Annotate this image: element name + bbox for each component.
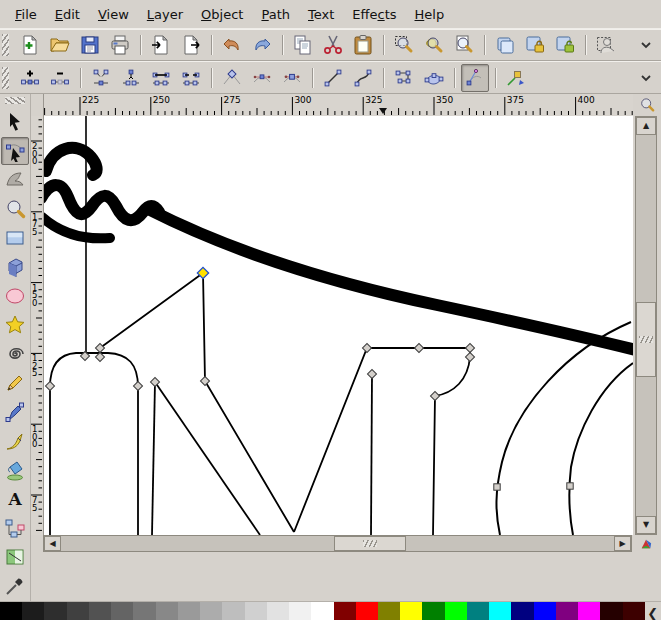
make-line-button[interactable] <box>319 64 347 92</box>
path-node[interactable] <box>465 343 474 352</box>
zoom-page-button[interactable] <box>450 31 478 59</box>
path-node[interactable] <box>367 369 376 378</box>
menu-file[interactable]: File <box>6 3 46 26</box>
palette-swatch[interactable] <box>311 602 333 620</box>
vertical-scroll-thumb[interactable] <box>636 302 656 377</box>
open-button[interactable] <box>46 31 74 59</box>
path-segment[interactable] <box>44 185 159 220</box>
sticky-zoom-icon[interactable] <box>633 94 661 116</box>
tool-node-editor[interactable] <box>1 137 29 165</box>
menu-layer[interactable]: Layer <box>138 3 192 26</box>
path-segment[interactable] <box>496 322 631 535</box>
path-segment[interactable] <box>152 382 155 535</box>
horizontal-scroll-thumb[interactable] <box>334 536 406 551</box>
palette-swatch[interactable] <box>89 602 111 620</box>
menu-text[interactable]: Text <box>299 3 343 26</box>
path-segment[interactable] <box>44 217 110 238</box>
toolbar-overflow-chevron-icon[interactable] <box>639 38 653 52</box>
zoom-selection-button[interactable] <box>390 31 418 59</box>
palette-swatch[interactable] <box>578 602 600 620</box>
palette-swatch[interactable] <box>556 602 578 620</box>
palette-swatch[interactable] <box>0 602 22 620</box>
path-node[interactable] <box>200 376 209 385</box>
unlink-clone-button[interactable] <box>551 31 579 59</box>
delete-segment-button[interactable] <box>177 64 205 92</box>
path-node[interactable] <box>133 381 142 390</box>
tool-3d-box[interactable] <box>1 253 29 281</box>
print-button[interactable] <box>106 31 134 59</box>
palette-swatch[interactable] <box>534 602 556 620</box>
clone-button[interactable] <box>521 31 549 59</box>
palette-swatch[interactable] <box>44 602 66 620</box>
vertical-scrollbar[interactable]: ▲ ▼ <box>635 116 657 535</box>
palette-swatch[interactable] <box>467 602 489 620</box>
canvas[interactable] <box>44 116 633 535</box>
menu-effects[interactable]: Effects <box>343 3 405 26</box>
tool-pen[interactable] <box>1 398 29 426</box>
palette-swatch[interactable] <box>178 602 200 620</box>
palette-swatch[interactable] <box>222 602 244 620</box>
tool-tweak[interactable] <box>1 166 29 194</box>
palette-swatch[interactable] <box>600 602 622 620</box>
edit-path-effect-button[interactable] <box>502 64 530 92</box>
menu-view[interactable]: View <box>89 3 138 26</box>
tool-connector[interactable] <box>1 514 29 542</box>
flatten-curve-button[interactable] <box>420 64 448 92</box>
path-segment[interactable] <box>371 374 372 535</box>
object-to-path-button[interactable] <box>390 64 418 92</box>
color-management-icon[interactable] <box>632 535 661 552</box>
save-button[interactable] <box>76 31 104 59</box>
palette-swatch[interactable] <box>356 602 378 620</box>
path-segment[interactable] <box>155 382 260 535</box>
vertical-ruler[interactable]: 20017515012510075 <box>31 116 44 535</box>
path-node[interactable] <box>414 343 423 352</box>
palette-swatch[interactable] <box>489 602 511 620</box>
path-segment[interactable] <box>569 363 633 535</box>
path-segment[interactable] <box>294 348 470 532</box>
new-document-button[interactable] <box>16 31 44 59</box>
palette-swatch[interactable] <box>623 602 645 620</box>
menu-object[interactable]: Object <box>192 3 252 26</box>
path-node[interactable] <box>567 483 573 489</box>
menu-help[interactable]: Help <box>406 3 454 26</box>
cut-button[interactable] <box>319 31 347 59</box>
tool-dropper[interactable] <box>1 572 29 600</box>
palette-swatch[interactable] <box>289 602 311 620</box>
tool-calligraphy[interactable] <box>1 427 29 455</box>
tool-ellipse[interactable] <box>1 282 29 310</box>
smooth-node-button[interactable] <box>248 64 276 92</box>
tool-gradient[interactable] <box>1 543 29 571</box>
insert-node-button[interactable] <box>16 64 44 92</box>
palette-swatch[interactable] <box>156 602 178 620</box>
preferences-button[interactable] <box>592 31 620 59</box>
horizontal-scrollbar[interactable]: ◀ ▶ <box>43 535 632 552</box>
palette-swatch[interactable] <box>511 602 533 620</box>
break-nodes-button[interactable] <box>117 64 145 92</box>
corner-node-button[interactable] <box>218 64 246 92</box>
palette-swatch[interactable] <box>133 602 155 620</box>
palette-chevron-left-icon[interactable]: ❮ <box>645 602 661 620</box>
palette-swatch[interactable] <box>200 602 222 620</box>
horizontal-ruler[interactable]: 225250275300325350375400 <box>44 94 633 117</box>
tool-star[interactable] <box>1 311 29 339</box>
scroll-down-icon[interactable]: ▼ <box>636 516 656 534</box>
path-node[interactable] <box>362 343 371 352</box>
symmetric-node-button[interactable] <box>278 64 306 92</box>
palette-swatch[interactable] <box>378 602 400 620</box>
delete-node-button[interactable] <box>46 64 74 92</box>
palette-swatch[interactable] <box>400 602 422 620</box>
tool-rectangle[interactable] <box>1 224 29 252</box>
palette-swatch[interactable] <box>422 602 444 620</box>
palette-swatch[interactable] <box>267 602 289 620</box>
tool-paint-bucket[interactable] <box>1 456 29 484</box>
path-node[interactable] <box>494 484 500 490</box>
path-node[interactable] <box>45 381 54 390</box>
path-segment[interactable] <box>50 353 138 535</box>
menu-edit[interactable]: Edit <box>46 3 89 26</box>
path-segment[interactable] <box>100 273 294 532</box>
path-node[interactable] <box>465 352 474 361</box>
scroll-right-icon[interactable]: ▶ <box>614 536 631 551</box>
tool-text[interactable]: A <box>1 485 29 513</box>
undo-button[interactable] <box>218 31 246 59</box>
toolbar-grip[interactable] <box>2 34 9 56</box>
